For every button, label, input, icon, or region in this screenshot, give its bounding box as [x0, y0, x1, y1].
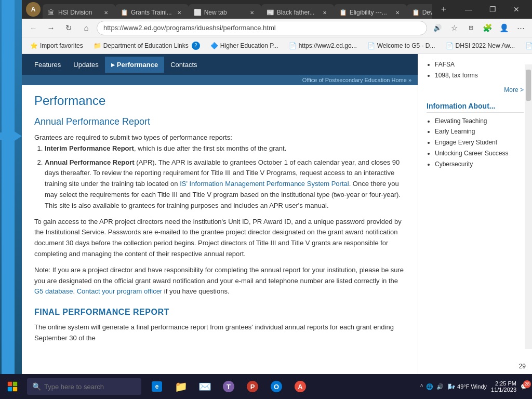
- tab-grants-training[interactable]: 📋 Grants Traini... ✕: [115, 4, 189, 19]
- volume-icon[interactable]: 🔊: [436, 383, 444, 390]
- nav-features-label: Features: [34, 61, 61, 69]
- profile-icon[interactable]: A: [26, 2, 41, 17]
- back-button[interactable]: ←: [26, 21, 41, 35]
- start-button[interactable]: [0, 374, 25, 399]
- bookmark-hsi-share[interactable]: 📄 HSI Division SHARE...: [521, 39, 532, 52]
- section1-intro: Grantees are required to submit two type…: [34, 132, 405, 211]
- tab-eligibility[interactable]: 📋 Eligibility ---... ✕: [334, 4, 407, 19]
- nav-item-contacts[interactable]: Contacts: [164, 57, 203, 73]
- nav-performance-label: Performance: [117, 61, 158, 69]
- g5-database-link[interactable]: G5 database: [34, 287, 73, 295]
- fafsa-more-link[interactable]: More >: [427, 86, 524, 94]
- minimize-button[interactable]: —: [457, 1, 480, 18]
- tab-hsi-division[interactable]: 🏛 HSI Division ✕: [43, 4, 115, 19]
- early-learning-label: Early Learning: [435, 128, 475, 135]
- nav-item-features[interactable]: Features: [28, 57, 67, 73]
- scrollbar-thumb[interactable]: [526, 70, 531, 101]
- tab-new-tab[interactable]: ⬜ New tab ✕: [189, 4, 261, 19]
- network-icon[interactable]: 🌐: [426, 383, 433, 390]
- tab-developing[interactable]: 📋 Developing ... ✕: [407, 4, 432, 19]
- collections-icon[interactable]: ⊞: [463, 21, 478, 35]
- annual-report-title: Annual Performance Report: [34, 116, 405, 127]
- bookmark-dept-education[interactable]: 📁 Department of Education Links 2: [89, 39, 204, 52]
- info-item-engage: Engage Every Student: [435, 138, 524, 147]
- notification-center[interactable]: 💬 28: [521, 383, 528, 390]
- close-button[interactable]: ✕: [505, 1, 528, 18]
- dept-education-icon: 📁: [94, 42, 101, 49]
- dept-education-badge: 2: [192, 42, 200, 50]
- taskbar-explorer-icon[interactable]: 📁: [169, 375, 192, 398]
- favorites-icon[interactable]: ☆: [447, 21, 461, 35]
- higher-ed-label: Higher Education P...: [220, 42, 278, 49]
- g5-label: Welcome to G5 - D...: [377, 42, 435, 49]
- window-controls: — ❐ ✕: [457, 1, 528, 18]
- fafsa-label: FAFSA: [435, 61, 455, 68]
- taskbar-outlook-icon[interactable]: O: [265, 375, 288, 398]
- import-favorites-label: Import favorites: [40, 42, 83, 49]
- nav-icons: 🔊 ☆ ⊞ 🧩 👤 ⋯: [430, 21, 528, 35]
- tab-favicon-6: 📋: [412, 9, 419, 16]
- tab-black-father[interactable]: 📰 Black father... ✕: [261, 4, 334, 19]
- clock-widget[interactable]: 2:25 PM 11/1/2023: [491, 380, 516, 393]
- tab-title-1: HSI Division: [58, 9, 99, 16]
- read-aloud-icon[interactable]: 🔊: [430, 21, 445, 35]
- weather-widget[interactable]: 🌬️ 49°F Windy: [448, 383, 487, 390]
- bookmark-dhsi[interactable]: 📄 DHSI 2022 New Aw...: [442, 39, 520, 52]
- taskbar-mail-icon[interactable]: ✉️: [193, 375, 216, 398]
- annual-bold: Annual Performance Report: [45, 158, 135, 166]
- page-number: 29: [519, 363, 526, 370]
- settings-icon[interactable]: ⋯: [513, 21, 528, 35]
- address-bar[interactable]: https://www2.ed.gov/programs/idueshsi/pe…: [97, 21, 427, 35]
- tab-close-4[interactable]: ✕: [321, 8, 329, 17]
- refresh-button[interactable]: ↻: [61, 21, 76, 35]
- ed-gov-icon: 📄: [289, 42, 297, 49]
- bookmark-ed-gov[interactable]: 📄 https://www2.ed.go...: [285, 39, 361, 52]
- tab-close-5[interactable]: ✕: [393, 8, 402, 17]
- taskbar-edge-icon[interactable]: e: [145, 375, 168, 398]
- info-item-elevating: Elevating Teaching: [435, 117, 524, 126]
- extensions-icon[interactable]: 🧩: [480, 21, 495, 35]
- maximize-button[interactable]: ❐: [481, 1, 504, 18]
- unlocking-career-label: Unlocking Career Success: [435, 150, 508, 157]
- right-scrollbar[interactable]: [525, 64, 532, 349]
- dhsi-icon: 📄: [446, 42, 454, 49]
- tab-close-1[interactable]: ✕: [102, 8, 110, 17]
- caret-up-icon[interactable]: ^: [420, 383, 423, 390]
- system-tray-icons: ^ 🌐 🔊: [420, 383, 444, 390]
- contact-program-officer-link[interactable]: Contact your program officer: [77, 287, 163, 295]
- note-para: Note: If you are a project director and …: [34, 265, 405, 297]
- taskbar-teams-icon[interactable]: T: [217, 375, 240, 398]
- tab-favicon-5: 📋: [339, 9, 347, 16]
- taskbar-search-box[interactable]: 🔍: [27, 378, 141, 395]
- list-item-interim: Interim Performance Report, which is due…: [45, 143, 405, 154]
- engage-every-student-label: Engage Every Student: [435, 139, 497, 146]
- forward-button[interactable]: →: [44, 21, 58, 35]
- bookmark-import-favorites[interactable]: ⭐ Import favorites: [26, 39, 87, 52]
- note-text-mid: .: [73, 287, 76, 295]
- is-portal-link[interactable]: IS' Information Management Performance S…: [180, 180, 349, 188]
- date-display: 11/1/2023: [491, 387, 516, 393]
- weather-text: 49°F Windy: [457, 383, 487, 390]
- tab-title-3: New tab: [204, 9, 245, 16]
- bookmark-higher-ed[interactable]: 🔷 Higher Education P...: [206, 39, 283, 52]
- tab-close-3[interactable]: ✕: [248, 8, 256, 17]
- taskbar-acrobat-icon[interactable]: A: [289, 375, 312, 398]
- elevating-teaching-label: Elevating Teaching: [435, 117, 487, 125]
- office-postsecondary-link[interactable]: Office of Postsecondary Education Home »: [302, 77, 411, 83]
- search-input[interactable]: [44, 383, 136, 391]
- nav-updates-label: Updates: [73, 61, 98, 69]
- dhsi-label: DHSI 2022 New Aw...: [456, 42, 515, 49]
- title-bar: A 🏛 HSI Division ✕ 📋 Grants Traini... ✕ …: [22, 0, 532, 19]
- tabs-container: 🏛 HSI Division ✕ 📋 Grants Traini... ✕ ⬜ …: [43, 0, 432, 19]
- bookmark-g5[interactable]: 📄 Welcome to G5 - D...: [363, 39, 440, 52]
- taskbar-powerpoint-icon[interactable]: P: [241, 375, 264, 398]
- nav-item-performance[interactable]: ▸ Performance: [105, 57, 164, 73]
- time-display: 2:25 PM: [491, 380, 516, 387]
- tab-close-2[interactable]: ✕: [175, 8, 183, 17]
- nav-item-updates[interactable]: Updates: [67, 57, 104, 73]
- home-button[interactable]: ⌂: [79, 21, 94, 35]
- info-about-list: Elevating Teaching Early Learning Engage…: [427, 117, 524, 169]
- profile-menu-icon[interactable]: 👤: [497, 21, 511, 35]
- left-blue-inner: [2, 0, 15, 374]
- new-tab-button[interactable]: +: [436, 2, 451, 17]
